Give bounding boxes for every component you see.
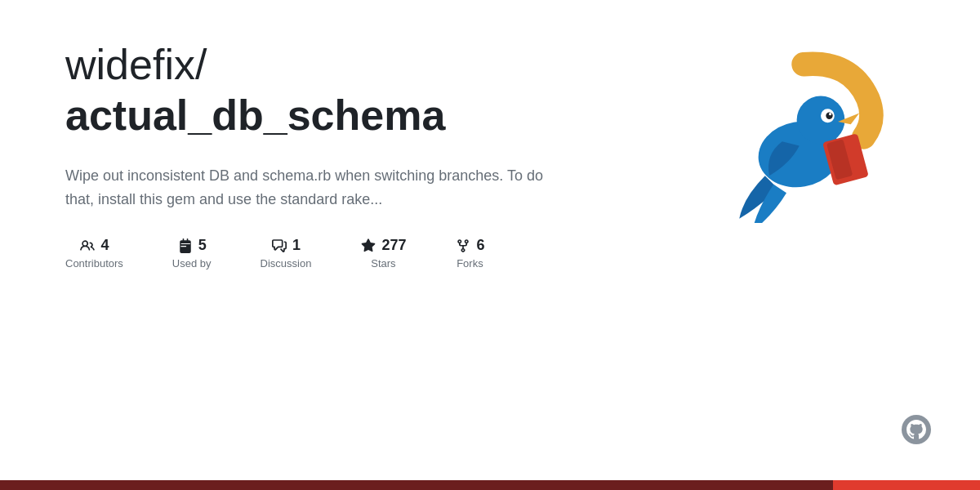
- discussion-label: Discussion: [261, 257, 312, 270]
- github-avatar: [902, 415, 931, 444]
- repo-logo: [714, 47, 893, 227]
- discussion-count: 1: [292, 237, 301, 254]
- stat-forks[interactable]: 6 Forks: [455, 237, 484, 270]
- svg-point-4: [829, 113, 831, 115]
- discussion-icon: [271, 238, 287, 254]
- repo-owner: widefix/: [65, 41, 207, 88]
- contributors-icon: [79, 238, 96, 254]
- left-section: widefix/ actual_db_schema Wipe out incon…: [65, 39, 714, 448]
- forks-icon: [455, 238, 471, 254]
- contributors-label: Contributors: [65, 257, 123, 270]
- main-content: widefix/ actual_db_schema Wipe out incon…: [0, 0, 980, 480]
- bottom-bar-dark: [0, 480, 833, 490]
- forks-count: 6: [476, 237, 484, 254]
- repo-name: actual_db_schema: [65, 90, 714, 140]
- contributors-count: 4: [100, 237, 109, 254]
- stats-row: 4 Contributors 5 Used by: [65, 237, 714, 270]
- bottom-bar: [0, 480, 980, 490]
- repo-title: widefix/ actual_db_schema: [65, 39, 714, 141]
- stat-discussion[interactable]: 1 Discussion: [261, 237, 312, 270]
- logo-svg: [718, 51, 889, 223]
- forks-label: Forks: [457, 257, 483, 270]
- svg-point-1: [797, 96, 845, 145]
- stars-label: Stars: [371, 257, 395, 270]
- used-by-label: Used by: [172, 257, 212, 270]
- stat-used-by[interactable]: 5 Used by: [172, 237, 212, 270]
- stat-contributors[interactable]: 4 Contributors: [65, 237, 123, 270]
- bottom-bar-red: [833, 480, 980, 490]
- right-section: [714, 39, 931, 448]
- used-by-icon: [177, 238, 194, 254]
- stars-count: 277: [381, 237, 406, 254]
- stars-icon: [360, 238, 376, 254]
- stat-stars[interactable]: 277 Stars: [360, 237, 406, 270]
- used-by-count: 5: [198, 237, 207, 254]
- repo-description: Wipe out inconsistent DB and schema.rb w…: [65, 164, 572, 212]
